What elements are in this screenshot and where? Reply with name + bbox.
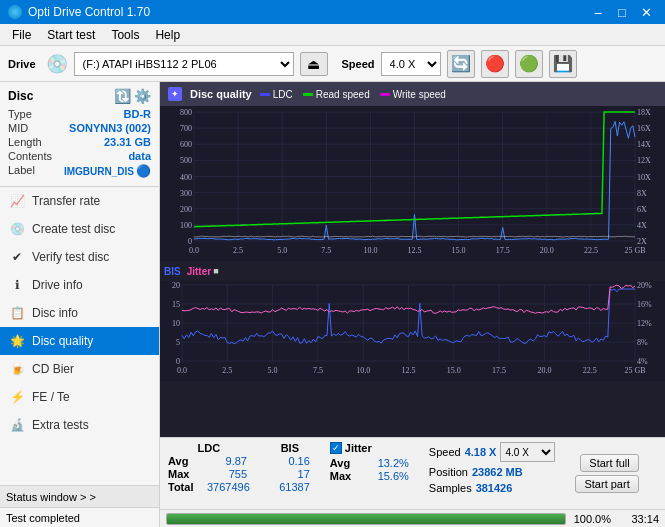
bis-max-row: 17 [270,468,310,480]
sidebar-item-extra-tests[interactable]: 🔬 Extra tests [0,411,159,439]
progress-percent: 100.0% [574,513,611,525]
transfer-rate-icon: 📈 [10,194,24,208]
read-speed-dot [303,93,313,96]
menu-tools[interactable]: Tools [103,26,147,44]
minimize-button[interactable]: – [587,4,609,20]
extra-tests-icon: 🔬 [10,418,24,432]
disc-label-row: Label IMGBURN_DIS 🔵 [8,164,151,178]
ldc-total-key: Total [168,481,203,493]
bis-total-row: 61387 [270,481,310,493]
disc-type-row: Type BD-R [8,108,151,120]
ldc-stats-col: LDC Avg 9.87 Max 755 Total 3767496 [168,442,250,505]
progress-time: 33:14 [619,513,659,525]
position-label: Position [429,466,468,478]
maximize-button[interactable]: □ [611,4,633,20]
fe-te-icon: ⚡ [10,390,24,404]
bis-label: BIS [164,266,181,277]
ldc-header: LDC [168,442,250,454]
disc-info-section: Disc 🔃 ⚙️ Type BD-R MID SONYNN3 (002) Le… [0,82,159,187]
chart-title-icon: ✦ [168,87,182,101]
bis-avg-val: 0.16 [270,455,310,467]
progress-section: 100.0% 33:14 [160,509,665,527]
drive-select[interactable]: (F:) ATAPI iHBS112 2 PL06 [74,52,294,76]
disc-contents-key: Contents [8,150,52,162]
legend-ldc: LDC [260,89,293,100]
sidebar-item-disc-info[interactable]: 📋 Disc info [0,299,159,327]
speed-label: Speed [342,58,375,70]
position-val: 23862 MB [472,466,523,478]
jitter-label: Jitter [187,266,211,277]
status-completed-text: Test completed [6,512,80,524]
ldc-avg-row: Avg 9.87 [168,455,250,467]
toolbar: Drive 💿 (F:) ATAPI iHBS112 2 PL06 ⏏ Spee… [0,46,665,82]
start-full-button[interactable]: Start full [580,454,638,472]
menu-help[interactable]: Help [147,26,188,44]
legend-write-speed: Write speed [380,89,446,100]
disc-length-row: Length 23.31 GB [8,136,151,148]
save-button[interactable]: 💾 [549,50,577,78]
eject-button[interactable]: ⏏ [300,52,328,76]
disc-icon1[interactable]: 🔃 [114,88,131,104]
disc-label-key: Label [8,164,35,178]
bottom-buttons: Start full Start part [575,442,644,505]
ldc-max-val: 755 [207,468,247,480]
disc-section-label: Disc [8,89,33,103]
main-content: Disc 🔃 ⚙️ Type BD-R MID SONYNN3 (002) Le… [0,82,665,527]
disc-type-key: Type [8,108,32,120]
start-part-button[interactable]: Start part [575,475,638,493]
color2-button[interactable]: 🟢 [515,50,543,78]
jitter-stat-header: Jitter [345,442,372,454]
disc-mid-val: SONYNN3 (002) [69,122,151,134]
speed-stat-val: 4.18 X [465,446,497,458]
status-completed: Test completed [0,507,159,527]
progress-bar-fill [167,514,565,524]
menu-start-test[interactable]: Start test [39,26,103,44]
menu-bar: File Start test Tools Help [0,24,665,46]
chart-title: Disc quality [190,88,252,100]
menu-file[interactable]: File [4,26,39,44]
ldc-max-key: Max [168,468,203,480]
bis-max-val: 17 [270,468,310,480]
disc-label-icon: 🔵 [136,164,151,178]
disc-icon2[interactable]: ⚙️ [134,88,151,104]
app-icon [8,5,22,19]
bottom-stats-panel: LDC Avg 9.87 Max 755 Total 3767496 [160,437,665,527]
color1-button[interactable]: 🔴 [481,50,509,78]
jitter-dot: ■ [213,266,218,276]
disc-length-key: Length [8,136,42,148]
ldc-speed-chart [160,106,665,261]
ldc-max-row: Max 755 [168,468,250,480]
sidebar-item-cd-bier[interactable]: 🍺 CD Bier [0,355,159,383]
ldc-avg-val: 9.87 [207,455,247,467]
sidebar-item-transfer-rate[interactable]: 📈 Transfer rate [0,187,159,215]
bis-header: BIS [270,442,310,454]
jitter-checkbox[interactable]: ✓ [330,442,342,454]
disc-info-icon: 📋 [10,306,24,320]
status-window-bar[interactable]: Status window > > [0,485,159,507]
title-bar-controls: – □ ✕ [587,4,657,20]
chart2-header: BIS Jitter ■ [160,261,665,281]
close-button[interactable]: ✕ [635,4,657,20]
bis-jitter-chart [160,281,665,381]
drive-label: Drive [8,58,36,70]
charts-container: BIS Jitter ■ [160,106,665,437]
title-bar-left: Opti Drive Control 1.70 [8,5,150,19]
chart-legend: LDC Read speed Write speed [260,89,446,100]
ldc-dot [260,93,270,96]
speed-stat-label: Speed [429,446,461,458]
status-window-label: Status window > > [6,491,96,503]
ldc-total-val: 3767496 [207,481,250,493]
sidebar-item-verify-test-disc[interactable]: ✔ Verify test disc [0,243,159,271]
drive-icon: 💿 [46,53,68,75]
cd-bier-icon: 🍺 [10,362,24,376]
speed-stat-select[interactable]: 4.0 X [500,442,555,462]
sidebar-item-create-test-disc[interactable]: 💿 Create test disc [0,215,159,243]
create-disc-icon: 💿 [10,222,24,236]
speed-stats-col: Speed 4.18 X 4.0 X Position 23862 MB Sam… [429,442,556,505]
sidebar-item-disc-quality[interactable]: 🌟 Disc quality [0,327,159,355]
jitter-avg-val: 13.2% [369,457,409,469]
sidebar-item-fe-te[interactable]: ⚡ FE / Te [0,383,159,411]
refresh-button[interactable]: 🔄 [447,50,475,78]
sidebar-item-drive-info[interactable]: ℹ Drive info [0,271,159,299]
speed-select[interactable]: 4.0 X [381,52,441,76]
